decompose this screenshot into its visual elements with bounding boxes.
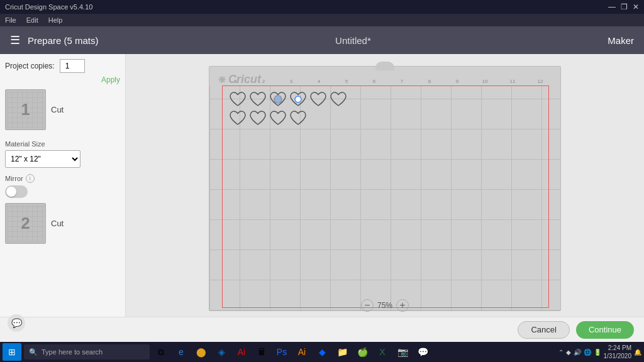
- ruler-2: 2: [250, 79, 277, 84]
- mat-canvas: Cricut 1 2 3 4 5 6 7 8 9 10 11 12: [209, 66, 561, 311]
- taskbar-adobe[interactable]: Ai: [233, 343, 250, 361]
- ruler-4: 4: [305, 79, 333, 84]
- tray-icon-speaker: 🔊: [574, 349, 581, 356]
- taskbar-search-text[interactable]: Type here to search: [42, 348, 103, 356]
- mat-item-1: 1 Cut: [5, 89, 120, 130]
- menu-bar: File Edit Help: [0, 14, 644, 26]
- taskbar-fruit[interactable]: 🍏: [353, 343, 371, 361]
- taskbar-search-icon: 🔍: [29, 348, 38, 356]
- chat-icon[interactable]: 💬: [8, 314, 25, 332]
- taskbar: ⊞ 🔍 Type here to search ⧉ e ⬤ ◈ Ai 🖩 Ps …: [0, 342, 644, 362]
- ruler-12: 12: [526, 79, 554, 84]
- taskbar-chrome[interactable]: ⬤: [192, 343, 210, 361]
- taskbar-excel[interactable]: X: [374, 343, 391, 361]
- app-title: Cricut Design Space v5.4.10: [5, 3, 92, 11]
- mat-thumbnail-2: 2: [5, 203, 46, 244]
- heart-9[interactable]: [269, 109, 287, 127]
- heart-2[interactable]: [248, 90, 267, 108]
- taskbar-folder[interactable]: 📁: [333, 343, 351, 361]
- menu-help[interactable]: Help: [48, 16, 63, 24]
- heart-1[interactable]: [228, 90, 247, 108]
- taskbar-dropbox[interactable]: ◆: [313, 343, 331, 361]
- mirror-label: Mirror: [5, 175, 23, 182]
- ruler-10: 10: [471, 79, 499, 84]
- start-button[interactable]: ⊞: [3, 343, 21, 361]
- mirror-info-icon[interactable]: i: [26, 174, 35, 183]
- machine-label: Maker: [608, 35, 634, 46]
- mat-thumbnail-1: 1: [5, 89, 46, 130]
- menu-edit[interactable]: Edit: [26, 16, 38, 24]
- ruler-1: 1: [222, 79, 250, 84]
- document-title: Untitled*: [335, 35, 371, 46]
- bottom-bar: Cancel Continue: [0, 317, 644, 342]
- heart-5[interactable]: [309, 90, 328, 108]
- tray-icon-battery: 🔋: [594, 349, 601, 356]
- notifications-icon[interactable]: 🔔: [634, 349, 641, 356]
- hearts-container[interactable]: [228, 90, 354, 127]
- material-size-label: Material Size: [5, 140, 120, 148]
- mat-item-2: 2 Cut: [5, 203, 120, 244]
- ruler-11: 11: [499, 79, 526, 84]
- taskbar-search-box[interactable]: 🔍 Type here to search: [24, 344, 150, 359]
- project-copies-label: Project copies:: [5, 62, 55, 70]
- zoom-controls: − 75% +: [361, 299, 409, 312]
- ruler-7: 7: [388, 79, 416, 84]
- clock-time: 2:24 PM: [604, 344, 632, 352]
- continue-button[interactable]: Continue: [576, 321, 634, 339]
- mat-label-1: Cut: [51, 105, 64, 114]
- project-copies-input[interactable]: [60, 59, 85, 73]
- svg-point-1: [295, 96, 301, 102]
- minimize-button[interactable]: —: [608, 3, 616, 11]
- heart-6[interactable]: [329, 90, 348, 108]
- ruler-9: 9: [443, 79, 471, 84]
- tray-icon-network: 🌐: [584, 349, 591, 356]
- taskbar-edge2[interactable]: ◈: [213, 343, 230, 361]
- heart-8[interactable]: [248, 109, 267, 127]
- taskbar-wechat[interactable]: 💬: [414, 343, 431, 361]
- mat-hanger: [375, 62, 394, 70]
- material-size-section: Material Size 12" x 12" 12" x 24" Custom: [5, 140, 120, 168]
- tray-icon-1: ⌃: [558, 349, 564, 356]
- ruler-8: 8: [416, 79, 443, 84]
- toggle-knob: [6, 187, 16, 197]
- taskbar-edge[interactable]: e: [172, 343, 190, 361]
- prepare-title: Prepare (5 mats): [28, 35, 99, 46]
- zoom-plus-button[interactable]: +: [396, 299, 409, 312]
- taskbar-calc[interactable]: 🖩: [253, 343, 270, 361]
- heart-10[interactable]: [289, 109, 308, 127]
- apply-button[interactable]: Apply: [101, 75, 120, 84]
- clock-date: 1/31/2020: [604, 352, 632, 360]
- cancel-button[interactable]: Cancel: [518, 321, 569, 339]
- mat-number-1: 1: [21, 100, 30, 119]
- mat-label-2: Cut: [51, 219, 64, 228]
- ruler-6: 6: [360, 79, 388, 84]
- close-button[interactable]: ✕: [633, 3, 639, 11]
- taskbar-ai[interactable]: Ai: [293, 343, 311, 361]
- menu-file[interactable]: File: [5, 16, 16, 24]
- system-clock[interactable]: 2:24 PM 1/31/2020: [604, 344, 632, 360]
- taskbar-ps[interactable]: Ps: [273, 343, 291, 361]
- ruler-top: 1 2 3 4 5 6 7 8 9 10 11 12: [222, 77, 554, 85]
- mirror-toggle[interactable]: [5, 185, 28, 198]
- ruler-5: 5: [333, 79, 360, 84]
- taskbar-taskview[interactable]: ⧉: [152, 343, 170, 361]
- hamburger-icon[interactable]: ☰: [10, 33, 20, 47]
- mat-number-2: 2: [21, 214, 30, 233]
- canvas-area: Cricut 1 2 3 4 5 6 7 8 9 10 11 12: [126, 54, 644, 317]
- heart-4[interactable]: [289, 90, 308, 108]
- sys-tray: ⌃ ◆ 🔊 🌐 🔋: [558, 349, 601, 356]
- taskbar-camera[interactable]: 📷: [394, 343, 411, 361]
- mirror-section: Mirror i: [5, 174, 120, 198]
- taskbar-left: ⊞ 🔍 Type here to search ⧉ e ⬤ ◈ Ai 🖩 Ps …: [3, 343, 431, 361]
- taskbar-right: ⌃ ◆ 🔊 🌐 🔋 2:24 PM 1/31/2020 🔔: [558, 344, 642, 360]
- zoom-minus-button[interactable]: −: [361, 299, 374, 312]
- material-size-select[interactable]: 12" x 12" 12" x 24" Custom: [5, 150, 80, 168]
- app-header: ☰ Prepare (5 mats) Untitled* Maker: [0, 26, 644, 54]
- ruler-3: 3: [277, 79, 305, 84]
- restore-button[interactable]: ❐: [621, 3, 628, 11]
- heart-3[interactable]: [269, 90, 287, 108]
- tray-icon-dropbox: ◆: [566, 349, 571, 356]
- heart-7[interactable]: [228, 109, 247, 127]
- title-bar: Cricut Design Space v5.4.10 — ❐ ✕: [0, 0, 644, 14]
- main-area: Project copies: Apply 1 Cut Material Siz…: [0, 54, 644, 317]
